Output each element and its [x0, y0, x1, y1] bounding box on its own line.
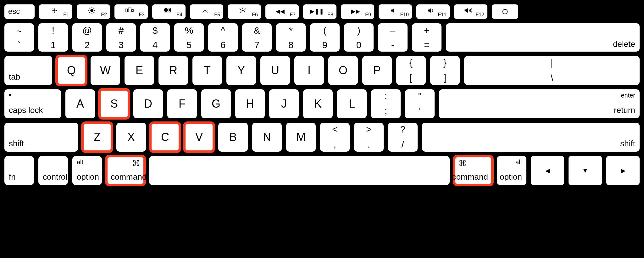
key-y[interactable]: Y [226, 56, 256, 85]
key-f2[interactable]: F2 [77, 4, 110, 19]
key-2[interactable]: @2 [72, 23, 102, 52]
key-label: F3 [139, 12, 145, 18]
key-o[interactable]: O [328, 56, 358, 85]
key-shift-left[interactable]: shift [4, 123, 78, 152]
key-option-right[interactable]: altoption [497, 156, 526, 185]
key-label: F1 [63, 12, 69, 18]
key-f9[interactable]: ▶▶ F9 [341, 4, 374, 19]
key-f7[interactable]: ◀◀ F7 [265, 4, 299, 19]
svg-point-9 [90, 9, 93, 12]
key-delete[interactable]: delete [446, 23, 640, 52]
key-power[interactable] [492, 4, 518, 19]
key-label: option [500, 172, 522, 182]
key-f12[interactable]: F12 [454, 4, 487, 19]
key-b[interactable]: B [218, 123, 248, 152]
key-e[interactable]: E [125, 56, 154, 85]
key-label: command [111, 172, 147, 182]
svg-rect-20 [132, 9, 134, 11]
row-asdf: caps lock A S D F G H J K L :; "' enterr… [4, 89, 640, 118]
key-h[interactable]: H [235, 89, 265, 118]
key-esc[interactable]: esc [4, 4, 35, 19]
key-shift-right[interactable]: shift [422, 123, 640, 152]
key-f6[interactable]: F6 [228, 4, 261, 19]
key-8[interactable]: *8 [276, 23, 306, 52]
row-zxcv: shift Z X C V B N M <, >. ?/ shift [4, 123, 640, 152]
key-m[interactable]: M [286, 123, 316, 152]
key-u[interactable]: U [260, 56, 290, 85]
key-i[interactable]: I [294, 56, 324, 85]
key-p[interactable]: P [362, 56, 392, 85]
key-arrow-left[interactable]: ◀ [531, 156, 564, 185]
key-option-left[interactable]: altoption [72, 156, 102, 185]
key-lower: ` [18, 40, 21, 50]
key-tab[interactable]: tab [4, 56, 52, 85]
key-0[interactable]: )0 [344, 23, 374, 52]
key-period[interactable]: >. [354, 123, 384, 152]
key-control[interactable]: control [38, 156, 68, 185]
key-return[interactable]: enterreturn [439, 89, 640, 118]
key-f5[interactable]: F5 [190, 4, 223, 19]
key-j[interactable]: J [269, 89, 299, 118]
key-f4[interactable]: F4 [152, 4, 186, 19]
key-z[interactable]: Z [82, 123, 112, 152]
key-label: F12 [475, 12, 484, 18]
key-capslock[interactable]: caps lock [4, 89, 61, 118]
key-semicolon[interactable]: :; [371, 89, 401, 118]
brightness-up-icon [88, 7, 96, 16]
key-minus[interactable]: –- [378, 23, 408, 52]
key-quote[interactable]: "' [405, 89, 435, 118]
svg-rect-22 [167, 8, 168, 9]
key-6[interactable]: ^6 [208, 23, 238, 52]
key-command-left[interactable]: ⌘command [106, 156, 145, 185]
key-backtick[interactable]: ~ ` [4, 23, 34, 52]
key-bracket-right[interactable]: }] [430, 56, 460, 85]
key-f8[interactable]: ▶❚❚ F8 [303, 4, 336, 19]
key-a[interactable]: A [65, 89, 95, 118]
key-l[interactable]: L [337, 89, 367, 118]
key-q[interactable]: Q [57, 56, 86, 85]
key-k[interactable]: K [303, 89, 333, 118]
key-label: F2 [101, 12, 107, 18]
key-label: F5 [214, 12, 220, 18]
key-5[interactable]: %5 [174, 23, 204, 52]
key-f[interactable]: F [167, 89, 197, 118]
key-1[interactable]: !1 [38, 23, 68, 52]
key-command-right[interactable]: ⌘command [454, 156, 492, 185]
key-d[interactable]: D [133, 89, 163, 118]
key-t[interactable]: T [192, 56, 222, 85]
key-arrow-down[interactable]: ▼ [569, 156, 602, 185]
key-r[interactable]: R [158, 56, 188, 85]
key-9[interactable]: (9 [310, 23, 340, 52]
row-function: esc F1 F2 F3 F4 [4, 4, 640, 19]
key-s[interactable]: S [99, 89, 129, 118]
svg-line-29 [207, 9, 208, 10]
svg-line-28 [202, 9, 203, 10]
key-3[interactable]: #3 [106, 23, 136, 52]
key-bracket-left[interactable]: {[ [396, 56, 426, 85]
key-c[interactable]: C [150, 123, 180, 152]
key-4[interactable]: $4 [140, 23, 170, 52]
key-n[interactable]: N [252, 123, 282, 152]
key-f3[interactable]: F3 [114, 4, 148, 19]
key-label: option [77, 172, 99, 182]
key-f11[interactable]: F11 [416, 4, 450, 19]
key-v[interactable]: V [184, 123, 214, 152]
vol-down-icon [428, 8, 435, 14]
svg-line-7 [53, 12, 53, 12]
key-f10[interactable]: F10 [379, 4, 412, 19]
key-7[interactable]: &7 [242, 23, 272, 52]
key-equals[interactable]: += [412, 23, 441, 52]
key-arrow-right[interactable]: ▶ [606, 156, 640, 185]
key-g[interactable]: G [201, 89, 231, 118]
mute-icon [391, 8, 397, 14]
mission-control-icon [125, 8, 134, 15]
key-slash[interactable]: ?/ [388, 123, 418, 152]
svg-line-14 [89, 8, 90, 9]
key-space[interactable] [149, 156, 450, 185]
key-backslash[interactable]: |\ [464, 56, 640, 85]
key-w[interactable]: W [91, 56, 120, 85]
key-f1[interactable]: F1 [39, 4, 72, 19]
key-comma[interactable]: <, [320, 123, 350, 152]
key-fn[interactable]: fn [4, 156, 34, 185]
key-x[interactable]: X [116, 123, 146, 152]
